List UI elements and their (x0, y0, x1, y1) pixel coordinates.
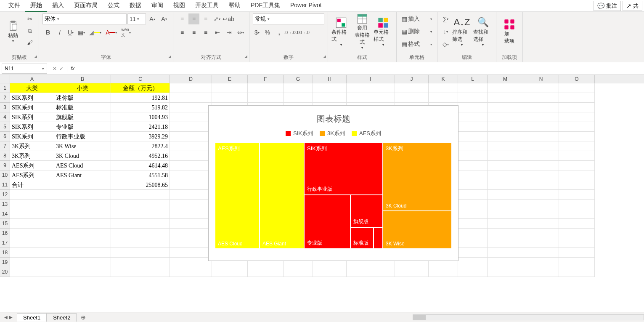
cell[interactable] (54, 209, 111, 219)
cell[interactable]: 旗舰版 (54, 112, 111, 122)
cell[interactable]: 25008.65 (111, 180, 170, 190)
cell[interactable] (488, 209, 523, 219)
cell[interactable] (170, 103, 212, 112)
bold-button[interactable]: B (42, 27, 53, 38)
cell[interactable] (559, 83, 595, 93)
cell[interactable]: 大类 (10, 83, 54, 93)
italic-button[interactable]: I (54, 27, 65, 38)
column-header[interactable]: B (54, 75, 111, 83)
row-header[interactable]: 10 (0, 170, 10, 180)
cell[interactable] (111, 267, 170, 277)
cell[interactable] (429, 93, 458, 103)
cell[interactable] (313, 93, 347, 103)
cell[interactable] (170, 267, 212, 277)
row-header[interactable]: 13 (0, 200, 10, 209)
cell[interactable] (395, 93, 429, 103)
cell[interactable]: 192.81 (111, 93, 170, 103)
cell[interactable]: AES系列 (10, 170, 54, 180)
column-header[interactable]: M (488, 75, 523, 83)
cell[interactable] (523, 161, 559, 170)
menu-tab-插入[interactable]: 插入 (47, 0, 69, 12)
cell[interactable] (523, 267, 559, 277)
name-box[interactable]: N11▾ (2, 64, 47, 74)
cell[interactable] (170, 93, 212, 103)
row-header[interactable]: 17 (0, 238, 10, 248)
cell[interactable] (559, 122, 595, 132)
column-header[interactable]: D (170, 75, 212, 83)
cell[interactable] (559, 238, 595, 248)
align-right-button[interactable]: ≡ (200, 27, 211, 38)
cell[interactable]: SIK系列 (10, 122, 54, 132)
row-header[interactable]: 2 (0, 93, 10, 103)
row-header[interactable]: 5 (0, 122, 10, 132)
cell[interactable] (458, 219, 488, 229)
cell[interactable] (54, 190, 111, 200)
cell[interactable] (10, 219, 54, 229)
cell[interactable]: SIK系列 (10, 132, 54, 141)
cell[interactable] (523, 112, 559, 122)
cell[interactable] (10, 258, 54, 267)
column-header[interactable]: G (284, 75, 313, 83)
cell[interactable] (488, 83, 523, 93)
formula-input[interactable] (78, 64, 644, 74)
cell[interactable] (523, 141, 559, 151)
cell[interactable]: 迷你版 (54, 93, 111, 103)
cell[interactable] (347, 83, 395, 93)
cell[interactable]: 519.82 (111, 103, 170, 112)
cell[interactable] (488, 112, 523, 122)
cell[interactable]: AES系列 (10, 161, 54, 170)
cell[interactable]: SIK系列 (10, 93, 54, 103)
row-header[interactable]: 19 (0, 258, 10, 267)
column-header[interactable]: O (559, 75, 595, 83)
cell[interactable] (559, 161, 595, 170)
cell[interactable] (523, 229, 559, 238)
row-header[interactable]: 7 (0, 141, 10, 151)
column-header[interactable]: N (523, 75, 559, 83)
conditional-format-button[interactable]: 条件格式▾ (331, 13, 351, 50)
column-header[interactable]: F (248, 75, 284, 83)
menu-tab-开始[interactable]: 开始 (25, 0, 47, 12)
cell[interactable]: 标准版 (54, 103, 111, 112)
cell[interactable] (458, 209, 488, 219)
cell[interactable] (111, 190, 170, 200)
cell[interactable] (559, 93, 595, 103)
cell[interactable]: SIK系列 (10, 112, 54, 122)
autosum-button[interactable]: ∑ ▾ (441, 13, 451, 24)
cell[interactable] (54, 200, 111, 209)
cell[interactable] (458, 267, 488, 277)
cell[interactable] (458, 238, 488, 248)
cell[interactable] (111, 200, 170, 209)
cell[interactable]: 行政事业版 (54, 132, 111, 141)
cell[interactable] (111, 258, 170, 267)
cell[interactable]: 小类 (54, 83, 111, 93)
column-header[interactable]: H (313, 75, 347, 83)
cell[interactable] (170, 112, 212, 122)
cell[interactable] (458, 161, 488, 170)
menu-tab-页面布局[interactable]: 页面布局 (69, 0, 103, 12)
menu-tab-帮助[interactable]: 帮助 (224, 0, 246, 12)
orientation-button[interactable]: ⤢ ▾ (212, 13, 222, 24)
cell[interactable] (458, 180, 488, 190)
cell[interactable] (170, 200, 212, 209)
cell[interactable] (54, 219, 111, 229)
cell[interactable] (458, 83, 488, 93)
cell[interactable] (488, 258, 523, 267)
cell[interactable] (111, 209, 170, 219)
cut-button[interactable]: ✂ (24, 13, 35, 24)
decrease-decimal-button[interactable]: .00→.0 (297, 27, 308, 38)
cell[interactable] (54, 180, 111, 190)
cell[interactable] (429, 267, 458, 277)
cell[interactable] (458, 200, 488, 209)
copy-button[interactable]: ⧉ (24, 25, 35, 36)
cell[interactable] (559, 229, 595, 238)
cell[interactable] (488, 229, 523, 238)
clear-button[interactable]: ◇ ▾ (441, 39, 451, 50)
cell[interactable] (10, 190, 54, 200)
menu-tab-视图[interactable]: 视图 (168, 0, 190, 12)
menu-tab-数据[interactable]: 数据 (125, 0, 146, 12)
cell[interactable] (488, 200, 523, 209)
increase-indent-button[interactable]: ⇥ (224, 27, 235, 38)
cell[interactable] (170, 141, 212, 151)
row-header[interactable]: 12 (0, 190, 10, 200)
cell[interactable] (170, 229, 212, 238)
